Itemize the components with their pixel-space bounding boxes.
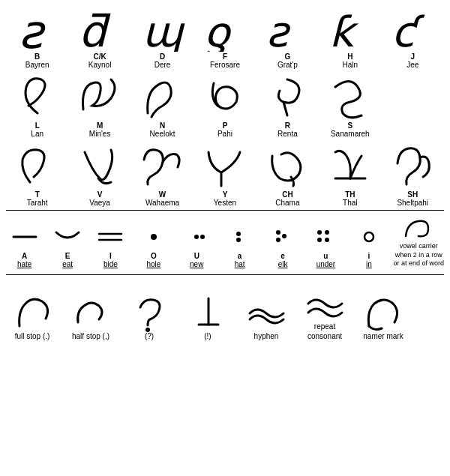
glyph-H: ƙ bbox=[328, 3, 373, 52]
glyph-E bbox=[52, 223, 82, 250]
char-cell-CK: ƌ C/K Kaynol bbox=[74, 3, 126, 69]
vowels-section: A hate E eat bbox=[0, 214, 450, 268]
glyph-J: ƈ bbox=[390, 3, 435, 52]
vowel-row: A hate E eat bbox=[3, 215, 447, 268]
letter-Y: Y bbox=[223, 190, 228, 199]
name-vowel-hate: hate bbox=[17, 260, 32, 268]
name-Vaeya: Vaeya bbox=[89, 199, 110, 207]
char-cell-P: P Pahi bbox=[199, 72, 251, 138]
letter-W: W bbox=[159, 190, 166, 199]
glyph-W bbox=[140, 141, 185, 190]
glyph-a bbox=[225, 223, 255, 250]
svg-point-22 bbox=[364, 232, 374, 241]
svg-point-12 bbox=[200, 235, 205, 239]
name-vowel-hole: hole bbox=[146, 260, 160, 268]
vowel-cell-i: i in bbox=[350, 223, 388, 268]
punct-cell-question: (?) bbox=[120, 294, 178, 341]
name-vowel-elk: elk bbox=[278, 260, 288, 268]
name-Ferosare: Ferosare bbox=[210, 61, 240, 69]
svg-point-13 bbox=[236, 232, 241, 236]
punct-cell-namer: namer mark bbox=[354, 294, 412, 341]
divider-1 bbox=[6, 210, 444, 211]
punct-cell-exclaim: (!) bbox=[178, 294, 237, 341]
char-cell-H: ƙ H Haln bbox=[324, 3, 376, 69]
char-cell-V: V Vaeya bbox=[74, 141, 126, 207]
name-vowel-in: in bbox=[366, 260, 372, 268]
punct-cell-fullstop: full stop (.) bbox=[3, 294, 62, 341]
letter-vowel-i: i bbox=[368, 252, 370, 260]
glyph-B: ƨ bbox=[15, 3, 60, 52]
svg-point-10 bbox=[151, 234, 157, 240]
svg-text:ƍ: ƍ bbox=[204, 9, 232, 52]
glyph-u bbox=[310, 223, 340, 250]
glyph-TH bbox=[328, 141, 373, 190]
svg-point-21 bbox=[325, 238, 329, 242]
glyph-L bbox=[15, 72, 60, 121]
name-Dere: Dere bbox=[154, 61, 171, 69]
glyph-O bbox=[139, 223, 169, 250]
letter-L: L bbox=[35, 121, 40, 130]
char-cell-J: ƈ J Jee bbox=[386, 3, 439, 69]
glyph-i bbox=[354, 223, 384, 250]
name-repeat: repeatconsonant bbox=[308, 322, 342, 341]
name-Renta: Renta bbox=[278, 130, 298, 138]
char-cell-R: R Renta bbox=[261, 72, 314, 138]
svg-point-15 bbox=[276, 230, 280, 235]
char-cell-M: M Min'es bbox=[74, 72, 126, 138]
svg-text:ƙ: ƙ bbox=[329, 9, 359, 52]
name-Mines: Min'es bbox=[89, 130, 111, 138]
glyph-M bbox=[77, 72, 122, 121]
vowel-cell-U: U new bbox=[177, 223, 216, 268]
letter-B: B bbox=[34, 52, 40, 61]
name-vowel-eat: eat bbox=[62, 260, 73, 268]
name-question: (?) bbox=[145, 331, 154, 341]
punct-row: full stop (.) half stop (,) bbox=[3, 284, 447, 341]
glyph-A bbox=[10, 223, 40, 250]
char-cell-S: S Sanamareh bbox=[324, 72, 376, 138]
letter-G: G bbox=[285, 52, 291, 61]
consonant-row-1: ƨ B Bayren ƌ C/K Kaynol ɰ D Dere bbox=[6, 3, 444, 69]
name-Wahaema: Wahaema bbox=[146, 199, 179, 207]
glyph-P bbox=[202, 72, 248, 121]
char-cell-L: L Lan bbox=[11, 72, 64, 138]
consonants-section: ƨ B Bayren ƌ C/K Kaynol ɰ D Dere bbox=[0, 0, 450, 207]
glyph-S bbox=[328, 72, 373, 121]
vowel-cell-e: e elk bbox=[263, 223, 302, 268]
char-cell-N: N Neelokt bbox=[136, 72, 189, 138]
letter-D: D bbox=[160, 52, 165, 61]
vowel-cell-a: a hat bbox=[220, 223, 260, 268]
char-cell-W: W Wahaema bbox=[136, 141, 189, 207]
name-fullstop: full stop (.) bbox=[15, 331, 50, 341]
name-vowel-bide: bide bbox=[104, 260, 118, 268]
letter-J: J bbox=[410, 52, 415, 61]
letter-SH: SH bbox=[407, 190, 418, 199]
letter-vowel-I: I bbox=[110, 252, 112, 260]
name-Sheltpahi: Sheltpahi bbox=[397, 199, 428, 207]
char-cell-SH: SH Sheltpahi bbox=[386, 141, 439, 207]
letter-vowel-e: e bbox=[280, 252, 285, 260]
letter-vowel-E: E bbox=[65, 252, 70, 260]
consonant-row-2: L Lan M Min'es N Neelokt bbox=[6, 72, 444, 138]
glyph-F: ƍ bbox=[202, 3, 248, 52]
name-Gratp: Grat'p bbox=[278, 61, 298, 69]
name-Thal: Thal bbox=[343, 199, 357, 207]
char-cell-TH: TH Thal bbox=[324, 141, 376, 207]
vowel-carrier-cell: vowel carrierwhen 2 in a rowor at end of… bbox=[392, 215, 445, 268]
char-cell-T: T Taraht bbox=[11, 141, 64, 207]
glyph-namer bbox=[363, 294, 404, 331]
letter-CH: CH bbox=[282, 190, 292, 199]
letter-H: H bbox=[347, 52, 352, 61]
glyph-N bbox=[140, 72, 185, 121]
char-cell-F: ƍ F Ferosare bbox=[199, 3, 251, 69]
letter-TH: TH bbox=[345, 190, 355, 199]
name-halfstop: half stop (,) bbox=[72, 331, 110, 341]
letter-vowel-O: O bbox=[151, 252, 157, 260]
punctuation-section: full stop (.) half stop (,) bbox=[0, 278, 450, 341]
name-Lan: Lan bbox=[31, 130, 44, 138]
name-Bayren: Bayren bbox=[26, 61, 50, 69]
name-namer: namer mark bbox=[363, 331, 403, 341]
letter-T: T bbox=[35, 190, 40, 199]
glyph-hyphen bbox=[246, 294, 287, 331]
letter-vowel-a: a bbox=[238, 252, 242, 260]
vowel-cell-I: I bide bbox=[91, 223, 130, 268]
